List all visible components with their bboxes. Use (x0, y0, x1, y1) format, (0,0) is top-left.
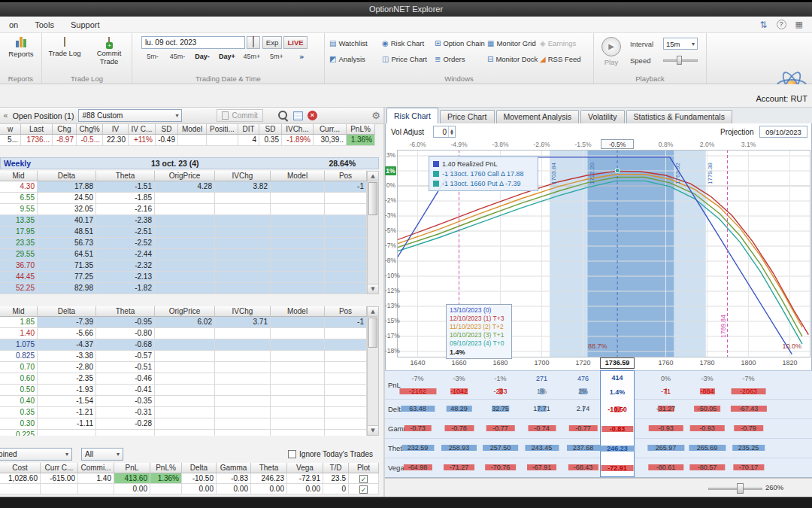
call-row[interactable]: 44.4577.25-2.13 (0, 272, 367, 283)
put-row[interactable]: 0.825-3.38-0.57 (0, 351, 367, 362)
toolbar-toggle-orders[interactable]: ≣Orders (435, 51, 487, 67)
collapse-icon[interactable]: « (3, 111, 8, 120)
time-step-button[interactable]: 5m+ (265, 52, 288, 62)
vol-adjust-stepper[interactable]: 0 ▲▼ (433, 126, 456, 138)
toolbar-toggle-price-chart[interactable]: ◫Price Chart (382, 51, 435, 67)
position-selector[interactable]: #88 Custom ▾ (78, 109, 182, 122)
weekly-expiry-header[interactable]: Weekly 13 oct. 23 (4) 28.64% (0, 157, 379, 169)
tab-movement-analysis[interactable]: Movement Analysis (496, 110, 579, 123)
trade-log-button[interactable]: Trade Log (44, 38, 86, 57)
ignore-trades-checkbox[interactable]: Ignore Today's Trades (288, 450, 373, 458)
zoom-slider-thumb[interactable] (737, 483, 744, 494)
spinner-arrows-icon[interactable]: ▲▼ (448, 126, 455, 137)
more-steps-button[interactable]: » (299, 53, 304, 61)
tab-risk-chart[interactable]: Risk Chart (386, 108, 438, 123)
puts-scrollbar[interactable]: ▲ ▼ (367, 306, 379, 436)
put-row[interactable]: 0.40-1.54-0.35 (0, 396, 367, 407)
call-row[interactable]: 4.3017.88-1.514.283.82-1 (0, 181, 367, 193)
value-text: -884 (700, 388, 714, 395)
tab-price-chart[interactable]: Price Chart (440, 110, 495, 123)
call-row[interactable]: 23.3556.73-2.52 (0, 238, 367, 249)
time-step-button[interactable]: 45m+ (241, 52, 263, 62)
position-summary-row[interactable]: 5...1736...-8.97-0.5...22.30+11%-0.4940.… (0, 135, 383, 146)
positions-panel: « Open Position (1) #88 Custom ▾ Commit … (0, 108, 383, 497)
live-button[interactable]: LIVE (283, 36, 308, 49)
pnl-line: 0% (646, 372, 686, 385)
time-step-button[interactable]: 5m- (141, 52, 164, 62)
projection-date-input[interactable]: 09/10/2023 (759, 126, 807, 138)
grid-view-icon[interactable] (293, 111, 303, 120)
sync-icon[interactable]: ⇅ (760, 20, 768, 30)
put-row[interactable]: 0.70-2.80-0.51 (0, 362, 367, 373)
call-row[interactable]: 6.5524.50-1.85 (0, 193, 367, 204)
magnifier-icon[interactable] (278, 111, 289, 121)
plot-checkbox[interactable]: ✓ (359, 485, 368, 494)
toolbar-toggle-monitor-dock[interactable]: ⊟Monitor Dock (487, 51, 540, 67)
settings-gear-icon[interactable]: ⚙ (371, 110, 380, 121)
speed-slider-thumb[interactable] (677, 56, 682, 65)
scroll-thumb[interactable] (368, 182, 377, 215)
toolbar-toggle-watchlist[interactable]: ▤Watchlist (329, 35, 382, 51)
call-row[interactable]: 36.7071.35-2.32 (0, 260, 367, 272)
trading-date-input[interactable]: lu. 09 oct. 2023 (141, 36, 245, 49)
toolbar-toggle-earnings[interactable]: ◈Earnings (540, 35, 592, 51)
y-axis-label: 0% (385, 181, 395, 189)
commit-button[interactable]: Commit (217, 109, 262, 122)
put-row[interactable]: 1.40-5.66-0.80 (0, 328, 367, 339)
interval-value: 15m (666, 40, 680, 48)
put-row[interactable]: 0.225 (0, 430, 367, 436)
put-row[interactable]: 0.30-1.11-0.28 (0, 418, 367, 430)
toolbar-toggle-analysis[interactable]: ◩Analysis (329, 51, 382, 67)
call-row[interactable]: 9.5532.05-2.16 (0, 204, 367, 215)
menu-item-tools[interactable]: Tools (35, 20, 54, 29)
y-axis-label: -18% (385, 347, 395, 354)
greek-column: -3%-104248.29-0.78258.93-71.27 (439, 370, 480, 477)
cell: 56.73 (38, 238, 96, 249)
time-step-button[interactable]: Day- (191, 52, 214, 62)
put-row[interactable]: 1.075-4.37-0.68 (0, 339, 367, 351)
value-text: 258.93 (449, 444, 470, 452)
time-step-button[interactable]: 45m- (166, 52, 189, 62)
call-row[interactable]: 17.9548.51-2.51 (0, 227, 367, 238)
call-row[interactable]: 29.5564.51-2.44 (0, 249, 367, 260)
scroll-up-icon[interactable]: ▲ (368, 307, 378, 317)
combined-filter-select[interactable]: Combined ▾ (0, 448, 72, 461)
tab-volatility[interactable]: Volatility (580, 110, 625, 123)
plot-checkbox[interactable]: ✓ (359, 475, 368, 483)
cell: -2.51 (96, 227, 155, 238)
layout-icon[interactable]: ▦ (795, 20, 803, 29)
exp-toggle[interactable]: Exp (262, 36, 282, 49)
calendar-button[interactable] (247, 36, 260, 49)
menu-item-partial[interactable]: on (9, 20, 18, 29)
x-axis-label: 1760 (651, 359, 681, 367)
scroll-down-icon[interactable]: ▼ (368, 425, 378, 435)
tab-statistics-fundamentals[interactable]: Statistics & Fundamentals (626, 110, 732, 123)
scroll-up-icon[interactable]: ▲ (368, 172, 378, 181)
call-row[interactable]: 13.3540.17-2.38 (0, 215, 367, 227)
help-icon[interactable]: ? (777, 20, 786, 29)
cell: 0.00 (287, 484, 323, 494)
zoom-slider-track[interactable] (708, 488, 762, 490)
scroll-thumb[interactable] (368, 318, 377, 348)
put-row[interactable]: 0.35-1.21-0.31 (0, 407, 367, 418)
put-row[interactable]: 1.85-7.39-0.956.023.71-1 (0, 317, 367, 328)
commit-trade-button[interactable]: + Commit Trade (87, 38, 131, 65)
toolbar-toggle-risk-chart[interactable]: ◉Risk Chart (382, 35, 435, 51)
calls-scrollbar[interactable]: ▲ ▼ (367, 171, 379, 294)
close-position-icon[interactable]: × (308, 111, 317, 120)
toolbar-toggle-option-chain[interactable]: ⊞Option Chain (435, 35, 487, 51)
toolbar-toggle-rss-feed[interactable]: ◢RSS Feed (540, 51, 592, 67)
put-row[interactable]: 0.50-1.93-0.41 (0, 385, 367, 396)
cell (155, 283, 215, 294)
toolbar-toggle-monitor-grid[interactable]: ▦Monitor Grid (487, 35, 540, 51)
menu-item-support[interactable]: Support (71, 20, 100, 29)
cell: 1.40 (78, 473, 114, 484)
time-step-button[interactable]: Day+ (216, 52, 238, 62)
scroll-down-icon[interactable]: ▼ (368, 284, 378, 294)
expiry-filter-select[interactable]: All ▾ (81, 448, 123, 461)
play-button[interactable]: ▶ (601, 37, 621, 56)
call-row[interactable]: 52.2582.98-1.82 (0, 283, 367, 294)
interval-select[interactable]: 15m ▾ (663, 38, 698, 50)
reports-button[interactable]: Reports (6, 37, 36, 58)
put-row[interactable]: 0.60-2.35-0.46 (0, 373, 367, 385)
